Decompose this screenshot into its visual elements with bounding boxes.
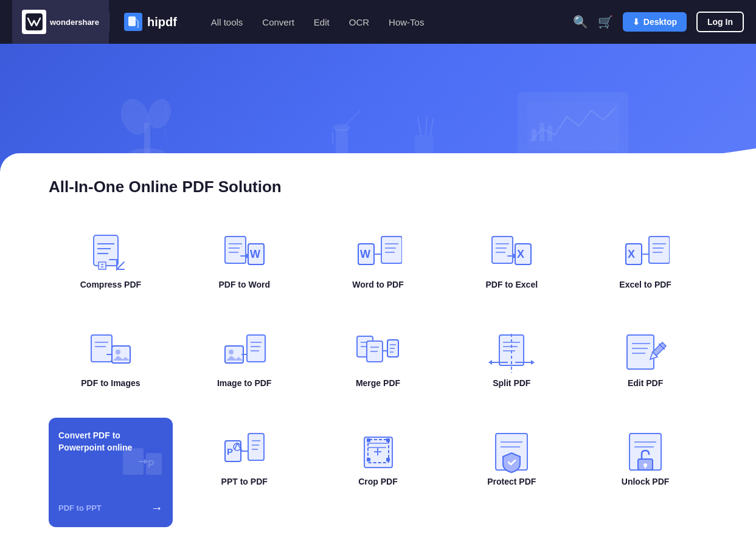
tool-label-word-to-pdf: Word to PDF bbox=[352, 279, 404, 290]
tool-label-split-pdf: Split PDF bbox=[493, 378, 530, 389]
tool-label-protect-pdf: Protect PDF bbox=[487, 476, 536, 487]
desktop-icon: ⬇ bbox=[633, 17, 640, 27]
promo-card[interactable]: Convert PDF to Powerpoint online PDF to … bbox=[49, 418, 173, 527]
svg-rect-44 bbox=[492, 237, 513, 263]
tool-image-to-pdf[interactable]: Image to PDF bbox=[182, 319, 307, 398]
tool-excel-to-pdf[interactable]: X Excel to PDF bbox=[583, 221, 707, 300]
tool-label-edit-pdf: Edit PDF bbox=[628, 378, 663, 389]
cart-icon[interactable]: 🛒 bbox=[598, 15, 613, 29]
nav-ocr[interactable]: OCR bbox=[349, 17, 369, 27]
tool-pdf-to-images[interactable]: PDF to Images bbox=[49, 319, 173, 398]
tool-edit-pdf[interactable]: Edit PDF bbox=[583, 319, 707, 398]
tools-grid: Compress PDF W PDF to Word W bbox=[49, 221, 707, 527]
tool-label-crop-pdf: Crop PDF bbox=[358, 476, 398, 487]
tool-pdf-to-word[interactable]: W PDF to Word bbox=[182, 221, 307, 300]
svg-point-65 bbox=[229, 350, 234, 354]
svg-rect-104 bbox=[248, 434, 264, 460]
tool-merge-pdf[interactable]: Merge PDF bbox=[316, 319, 440, 398]
svg-rect-114 bbox=[367, 458, 370, 461]
svg-point-63 bbox=[116, 350, 120, 354]
tool-label-pdf-to-images: PDF to Images bbox=[81, 378, 140, 389]
tool-label-pdf-to-excel: PDF to Excel bbox=[485, 279, 538, 290]
svg-rect-30 bbox=[225, 237, 246, 263]
tool-unlock-pdf[interactable]: Unlock PDF bbox=[583, 418, 707, 527]
nav-how-tos[interactable]: How-Tos bbox=[389, 17, 424, 27]
svg-rect-113 bbox=[386, 438, 390, 442]
svg-text:W: W bbox=[360, 248, 370, 260]
nav-links: All tools Convert Edit OCR How-Tos bbox=[211, 17, 573, 27]
svg-line-17 bbox=[345, 111, 360, 126]
tool-label-excel-to-pdf: Excel to PDF bbox=[619, 279, 671, 290]
promo-bg-icon: P bbox=[118, 442, 167, 493]
tool-protect-pdf[interactable]: Protect PDF bbox=[449, 418, 574, 527]
nav-convert[interactable]: Convert bbox=[262, 17, 294, 27]
svg-text:X: X bbox=[628, 248, 635, 260]
svg-rect-10 bbox=[547, 126, 552, 141]
svg-rect-9 bbox=[539, 123, 544, 141]
svg-marker-90 bbox=[531, 360, 535, 365]
tool-label-pdf-to-word: PDF to Word bbox=[218, 279, 270, 290]
svg-text:X: X bbox=[517, 248, 524, 260]
navbar: wondershare hipdf All tools Convert Edit… bbox=[0, 0, 756, 44]
section-title: All-In-One Online PDF Solution bbox=[49, 178, 707, 196]
tool-label-image-to-pdf: Image to PDF bbox=[217, 378, 271, 389]
svg-rect-8 bbox=[532, 129, 536, 141]
tool-label-merge-pdf: Merge PDF bbox=[356, 378, 400, 389]
wondershare-brand[interactable]: wondershare bbox=[12, 0, 109, 44]
hipdf-icon bbox=[124, 13, 142, 31]
hipdf-label: hipdf bbox=[147, 15, 177, 29]
svg-text:W: W bbox=[250, 248, 260, 260]
svg-rect-54 bbox=[649, 237, 670, 263]
login-button[interactable]: Log In bbox=[696, 12, 744, 32]
svg-text:P: P bbox=[148, 459, 154, 469]
wondershare-logo bbox=[22, 10, 46, 34]
promo-arrow: → bbox=[151, 501, 163, 515]
svg-rect-112 bbox=[367, 438, 370, 442]
svg-rect-58 bbox=[91, 335, 112, 362]
svg-rect-1 bbox=[128, 16, 136, 26]
promo-card-bottom: PDF to PPT → bbox=[58, 501, 163, 515]
svg-rect-91 bbox=[627, 335, 654, 369]
svg-point-15 bbox=[333, 124, 350, 131]
tool-label-ppt-to-pdf: PPT to PDF bbox=[221, 476, 268, 487]
search-icon[interactable]: 🔍 bbox=[573, 15, 588, 29]
nav-edit[interactable]: Edit bbox=[314, 17, 330, 27]
svg-marker-89 bbox=[488, 360, 492, 365]
promo-label: PDF to PPT bbox=[58, 503, 102, 513]
svg-rect-115 bbox=[386, 458, 390, 461]
svg-line-21 bbox=[431, 119, 433, 135]
tool-label-compress-pdf: Compress PDF bbox=[80, 279, 141, 290]
tool-label-unlock-pdf: Unlock PDF bbox=[622, 476, 670, 487]
tool-crop-pdf[interactable]: Crop PDF bbox=[316, 418, 440, 527]
wondershare-label: wondershare bbox=[50, 18, 99, 27]
tool-compress-pdf[interactable]: Compress PDF bbox=[49, 221, 173, 300]
svg-line-19 bbox=[418, 117, 421, 135]
tool-word-to-pdf[interactable]: W Word to PDF bbox=[316, 221, 440, 300]
desktop-button[interactable]: ⬇ Desktop bbox=[623, 12, 687, 32]
svg-text:P: P bbox=[227, 446, 233, 457]
tool-split-pdf[interactable]: Split PDF bbox=[449, 319, 574, 398]
svg-rect-40 bbox=[381, 237, 402, 263]
svg-line-20 bbox=[426, 116, 427, 135]
main-content: All-In-One Online PDF Solution Compress … bbox=[0, 153, 756, 546]
hipdf-logo[interactable]: hipdf bbox=[109, 13, 192, 31]
nav-actions: 🔍 🛒 ⬇ Desktop Log In bbox=[573, 12, 744, 32]
svg-rect-24 bbox=[94, 235, 118, 266]
tool-ppt-to-pdf[interactable]: P PPT to PDF bbox=[182, 418, 307, 527]
svg-rect-67 bbox=[247, 335, 265, 362]
tool-pdf-to-excel[interactable]: X PDF to Excel bbox=[449, 221, 574, 300]
nav-all-tools[interactable]: All tools bbox=[211, 17, 243, 27]
